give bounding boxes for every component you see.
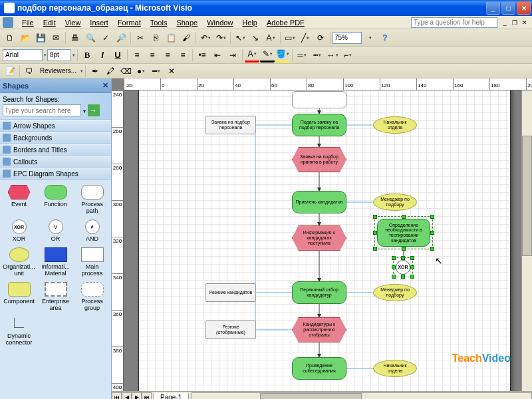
drawing-page[interactable]: Подать заявку на подбор персонала Началь… xyxy=(138,90,511,391)
shape-org-1[interactable]: Начальник отдела xyxy=(373,116,417,134)
shape-function-2[interactable]: Привлечь кандидатов xyxy=(292,191,346,213)
maximize-button[interactable]: □ xyxy=(501,1,515,15)
zoom-dropdown-button[interactable]: ▾ xyxy=(362,31,377,45)
mdi-close-button[interactable]: ✕ xyxy=(520,18,529,27)
justify-button[interactable]: ≡ xyxy=(176,48,190,63)
highlight-button[interactable]: 🖍 xyxy=(103,64,118,78)
master-shape-and[interactable]: ∧AND xyxy=(74,218,110,243)
ink-color-button[interactable]: ●▾ xyxy=(134,64,148,78)
spell-button[interactable]: ✓ xyxy=(98,31,113,45)
stencil-arrow-shapes[interactable]: Arrow Shapes xyxy=(0,120,111,132)
shape-function-5[interactable]: Проведение собеседования xyxy=(292,357,346,380)
open-button[interactable]: 📂 xyxy=(18,31,33,45)
master-shape-function[interactable]: Function xyxy=(38,184,73,215)
close-button[interactable]: ✕ xyxy=(517,1,531,15)
master-shape-or[interactable]: VOR xyxy=(38,218,73,243)
menu-format[interactable]: Format xyxy=(113,17,146,28)
line-color-button[interactable]: ✎▾ xyxy=(260,48,275,63)
drawing-canvas[interactable]: Подать заявку на подбор персонала Началь… xyxy=(124,90,521,391)
vertical-scrollbar[interactable] xyxy=(521,90,532,391)
master-shape-xor[interactable]: XORXOR xyxy=(1,218,37,243)
shape-org-4[interactable]: Начальник отдела xyxy=(373,360,417,377)
close-ink-button[interactable]: ✕ xyxy=(164,64,179,78)
line-pattern-button[interactable]: ┅▾ xyxy=(310,48,325,63)
shape-org-2[interactable]: Менеджер по подбору xyxy=(373,194,417,211)
cut-button[interactable]: ✂ xyxy=(133,31,148,45)
reviewers-dropdown[interactable]: Reviewers... xyxy=(37,67,79,74)
master-shape-process-group[interactable]: Process group xyxy=(74,281,110,313)
connector-tool-button[interactable]: ↘ xyxy=(248,31,263,45)
indent-button[interactable]: ⇥ xyxy=(225,48,240,63)
help-button[interactable]: ? xyxy=(378,31,392,45)
italic-button[interactable]: I xyxy=(95,48,110,63)
stencil-backgrounds[interactable]: Backgrounds xyxy=(0,132,111,144)
save-button[interactable]: 💾 xyxy=(33,31,48,45)
copy-button[interactable]: ⎘ xyxy=(148,31,163,45)
shape-doc-3[interactable]: Резюме (отобранные) xyxy=(205,321,256,339)
mdi-restore-button[interactable]: ❐ xyxy=(510,18,519,27)
rotate-button[interactable]: ⟳ xyxy=(313,31,328,45)
master-shape-dynamic-connector[interactable]: Dynamic connector xyxy=(1,315,37,347)
prev-page-button[interactable]: ◀ xyxy=(122,392,132,399)
master-shape-component[interactable]: Component xyxy=(1,281,37,313)
align-center-button[interactable]: ≡ xyxy=(145,48,160,63)
master-shape-event[interactable]: Event xyxy=(1,184,37,215)
help-search-input[interactable] xyxy=(411,17,497,28)
ink-weight-button[interactable]: ━▾ xyxy=(149,64,164,78)
master-shape-main-process[interactable]: Main process xyxy=(74,246,110,278)
markup-button[interactable]: 📝 xyxy=(3,64,17,78)
next-page-button[interactable]: ▶ xyxy=(132,392,142,399)
underline-button[interactable]: U xyxy=(110,48,125,63)
print-preview-button[interactable]: 🔍 xyxy=(83,31,98,45)
menu-insert[interactable]: Insert xyxy=(85,17,113,28)
research-button[interactable]: 🔎 xyxy=(114,31,128,45)
redo-button[interactable]: ↷▾ xyxy=(213,31,228,45)
ink-button[interactable]: ✒ xyxy=(88,64,102,78)
font-name-input[interactable] xyxy=(3,49,43,61)
show-markup-button[interactable]: 🗨 xyxy=(22,64,37,78)
master-shape-informati-material[interactable]: Informati... Material xyxy=(38,246,73,278)
shape-function-4[interactable]: Первичный отбор кандидатур xyxy=(292,281,346,304)
align-right-button[interactable]: ≡ xyxy=(160,48,175,63)
text-tool-button[interactable]: A▾ xyxy=(263,31,278,45)
shapes-close-button[interactable]: ✕ xyxy=(102,81,108,90)
first-page-button[interactable]: ⏮ xyxy=(112,392,122,399)
menu-tools[interactable]: Tools xyxy=(146,17,172,28)
stencil-epc-diagram-shapes[interactable]: EPC Diagram Shapes xyxy=(0,168,111,180)
stencil-callouts[interactable]: Callouts xyxy=(0,156,111,168)
shape-event-1[interactable]: Заявка на подбор принята в работу xyxy=(292,147,346,172)
bullets-button[interactable]: •≡ xyxy=(195,48,209,63)
pointer-tool-button[interactable]: ↖▾ xyxy=(233,31,247,45)
shape-event-3[interactable]: Кандидатуры к рассмотрению отобраны xyxy=(292,317,346,342)
line-ends-button[interactable]: ↔▾ xyxy=(325,48,340,63)
bold-button[interactable]: B xyxy=(80,48,94,63)
mail-button[interactable]: ✉ xyxy=(49,31,63,45)
format-painter-button[interactable]: 🖌 xyxy=(179,31,194,45)
outdent-button[interactable]: ⇤ xyxy=(210,48,225,63)
master-shape-process-path[interactable]: Process path xyxy=(74,184,110,215)
font-size-input[interactable] xyxy=(47,49,71,61)
menu-file[interactable]: File xyxy=(17,17,39,28)
paste-button[interactable]: 📋 xyxy=(164,31,178,45)
master-shape-enterprise-area[interactable]: Enterprise area xyxy=(38,281,73,313)
minimize-button[interactable]: _ xyxy=(486,1,500,15)
horizontal-scrollbar[interactable] xyxy=(192,392,532,399)
menu-view[interactable]: View xyxy=(61,17,86,28)
font-color-button[interactable]: A▾ xyxy=(245,48,259,63)
line-weight-button[interactable]: ═▾ xyxy=(295,48,309,63)
shape-search-input[interactable] xyxy=(3,104,81,116)
page-tab-1[interactable]: Page-1 xyxy=(153,393,189,400)
menu-edit[interactable]: Edit xyxy=(39,17,61,28)
line-tool-button[interactable]: ╱▾ xyxy=(298,31,313,45)
zoom-input[interactable] xyxy=(332,32,362,44)
corner-button[interactable]: ⌐▾ xyxy=(340,48,355,63)
eraser-button[interactable]: ⌫ xyxy=(118,64,133,78)
shape-top[interactable] xyxy=(292,91,346,108)
fill-color-button[interactable]: 🪣▾ xyxy=(275,48,290,63)
menu-adobe-pdf[interactable]: Adobe PDF xyxy=(262,17,309,28)
shape-org-3[interactable]: Менеджер по подбору xyxy=(373,284,417,301)
shape-doc-2[interactable]: Резюме кандидатов xyxy=(205,283,256,302)
shape-doc-1[interactable]: Заявка на подбор персонала xyxy=(205,116,256,134)
rectangle-tool-button[interactable]: ▭▾ xyxy=(283,31,297,45)
shape-event-2[interactable]: Информация о кандидатах поступила xyxy=(292,225,346,251)
